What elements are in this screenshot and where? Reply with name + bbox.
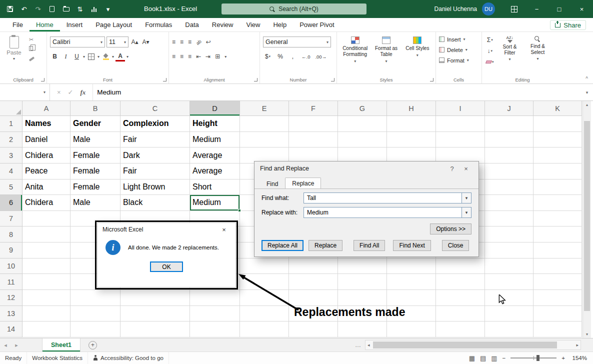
find-select-button[interactable]: Find & Select ▾ <box>525 34 551 67</box>
zoom-out-icon[interactable]: − <box>502 355 506 361</box>
cell-H10[interactable] <box>387 258 436 274</box>
cell-C3[interactable]: Dark <box>120 148 190 164</box>
column-header-D[interactable]: D <box>190 101 240 116</box>
redo-icon[interactable]: ↷ <box>32 3 44 15</box>
cell-C12[interactable] <box>120 290 190 306</box>
cell-J8[interactable] <box>485 226 534 242</box>
cell-J1[interactable] <box>485 116 534 132</box>
autosum-icon[interactable]: Σ▾ <box>485 35 495 45</box>
undo-icon[interactable]: ↶ <box>18 3 30 15</box>
row-header-5[interactable]: 5 <box>0 180 22 196</box>
row-header-8[interactable]: 8 <box>0 226 22 242</box>
cell-A2[interactable]: Daniel <box>22 132 70 148</box>
replace-with-input[interactable]: Medium ▾ <box>304 207 472 218</box>
cell-F14[interactable] <box>289 322 338 338</box>
cell-I10[interactable] <box>436 258 485 274</box>
align-right-icon[interactable]: ≡ <box>188 54 192 60</box>
sort-filter-button[interactable]: AZ↓ Sort & Filter ▾ <box>497 34 523 67</box>
cell-K5[interactable] <box>534 180 582 196</box>
cell-A3[interactable]: Chidera <box>22 148 70 164</box>
borders-icon[interactable] <box>86 52 96 62</box>
clear-icon[interactable]: ▾ <box>485 57 495 67</box>
row-header-3[interactable]: 3 <box>0 148 22 164</box>
merge-center-icon[interactable]: ⊞ <box>215 54 220 60</box>
cell-J6[interactable] <box>485 195 534 211</box>
tab-find[interactable]: Find <box>260 178 285 189</box>
cell-K1[interactable] <box>534 116 582 132</box>
decrease-indent-icon[interactable]: ⇤ <box>196 54 201 60</box>
select-all-corner[interactable] <box>0 101 22 116</box>
cell-I13[interactable] <box>436 306 485 322</box>
cell-B6[interactable]: Male <box>70 195 120 211</box>
cell-A7[interactable] <box>22 211 70 227</box>
copy-icon[interactable] <box>29 46 34 52</box>
cell-A4[interactable]: Peace <box>22 164 70 180</box>
accessibility-status[interactable]: Accessibility: Good to go <box>88 352 169 364</box>
column-header-F[interactable]: F <box>289 101 338 116</box>
find-what-dropdown-icon[interactable]: ▾ <box>462 193 471 203</box>
ribbon-display-options-icon[interactable] <box>503 0 526 18</box>
cell-K11[interactable] <box>534 274 582 290</box>
user-avatar[interactable]: DU <box>482 2 495 16</box>
cell-J14[interactable] <box>485 322 534 338</box>
cell-B13[interactable] <box>70 306 120 322</box>
cell-C2[interactable]: Fair <box>120 132 190 148</box>
cell-K7[interactable] <box>534 211 582 227</box>
alert-title-bar[interactable]: Microsoft Excel × <box>98 223 236 236</box>
tab-formulas[interactable]: Formulas <box>138 18 178 32</box>
cell-G10[interactable] <box>338 258 387 274</box>
cell-A12[interactable] <box>22 290 70 306</box>
enter-icon[interactable]: ✓ <box>68 88 74 96</box>
alignment-dialog-launcher-icon[interactable] <box>254 78 258 82</box>
cell-J13[interactable] <box>485 306 534 322</box>
cell-F1[interactable] <box>289 116 338 132</box>
maximize-button[interactable]: □ <box>548 0 570 18</box>
cell-B5[interactable]: Female <box>70 180 120 196</box>
cell-B4[interactable]: Female <box>70 164 120 180</box>
cell-A13[interactable] <box>22 306 70 322</box>
decrease-decimal-icon[interactable]: .00→ <box>314 52 328 62</box>
tab-home[interactable]: Home <box>30 18 60 32</box>
insert-cells-button[interactable]: Insert▾ <box>439 34 478 44</box>
cell-H1[interactable] <box>387 116 436 132</box>
row-header-7[interactable]: 7 <box>0 211 22 227</box>
cell-H14[interactable] <box>387 322 436 338</box>
cell-styles-button[interactable]: Cell Styles ▾ <box>402 34 432 64</box>
collapse-ribbon-icon[interactable]: ^ <box>586 76 588 82</box>
clipboard-dialog-launcher-icon[interactable] <box>41 78 44 82</box>
row-header-11[interactable]: 11 <box>0 274 22 290</box>
sort-icon[interactable]: ⇅ <box>74 3 86 15</box>
styles-dialog-launcher-icon[interactable] <box>430 78 434 82</box>
fill-handle[interactable] <box>238 209 241 212</box>
cell-J10[interactable] <box>485 258 534 274</box>
insert-function-icon[interactable]: fx <box>80 88 86 96</box>
cell-D2[interactable]: Medium <box>190 132 240 148</box>
column-header-G[interactable]: G <box>338 101 387 116</box>
cut-icon[interactable]: ✂ <box>29 36 34 43</box>
tab-view[interactable]: View <box>240 18 266 32</box>
find-what-input[interactable]: Tall ▾ <box>304 192 472 204</box>
number-dialog-launcher-icon[interactable] <box>331 78 334 82</box>
tab-help[interactable]: Help <box>266 18 293 32</box>
row-header-9[interactable]: 9 <box>0 242 22 258</box>
open-file-icon[interactable] <box>60 3 72 15</box>
replace-button[interactable]: Replace <box>308 240 342 251</box>
normal-view-icon[interactable]: ▦ <box>469 354 475 362</box>
scroll-right-icon[interactable]: ▸ <box>576 342 578 348</box>
cell-D1[interactable]: Height <box>190 116 240 132</box>
wrap-text-icon[interactable]: ↩ <box>206 39 211 45</box>
format-painter-icon[interactable] <box>29 55 34 61</box>
percent-style-icon[interactable]: % <box>276 52 285 62</box>
column-header-J[interactable]: J <box>485 101 534 116</box>
workbook-statistics-button[interactable]: Workbook Statistics <box>27 352 88 364</box>
cell-G2[interactable] <box>338 132 387 148</box>
delete-cells-button[interactable]: Delete▾ <box>439 44 478 55</box>
cell-K8[interactable] <box>534 226 582 242</box>
sheet-nav-right-icon[interactable]: ▸ <box>11 342 22 348</box>
cell-B2[interactable]: Male <box>70 132 120 148</box>
increase-font-icon[interactable]: A▴ <box>130 37 140 47</box>
orientation-icon[interactable]: ab <box>195 38 202 46</box>
sheet-tab-overflow-icon[interactable]: … <box>355 342 361 348</box>
underline-button[interactable]: U <box>72 52 82 62</box>
cell-E14[interactable] <box>240 322 289 338</box>
